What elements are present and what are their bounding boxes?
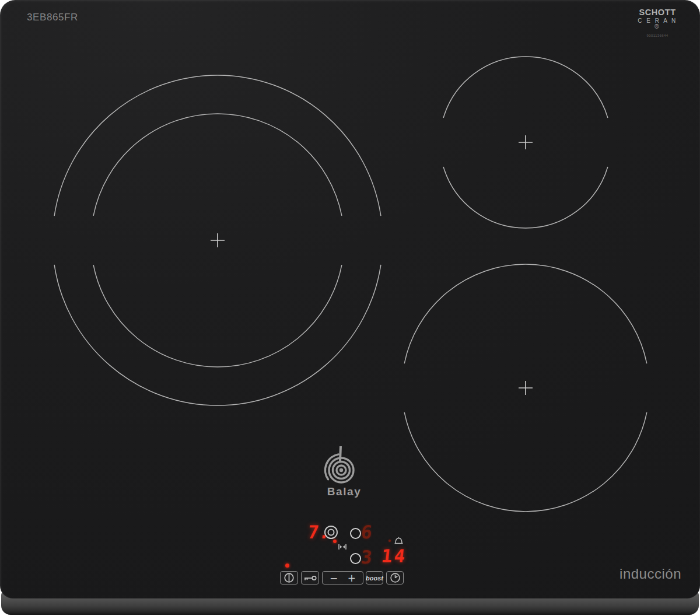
timer-button[interactable] [386,571,404,584]
pan-size-icon [338,544,346,550]
power-button[interactable] [280,571,298,584]
schott-line2: C E R A N ® [638,18,677,30]
schott-line1: SCHOTT [638,8,677,17]
balay-logo-icon [318,443,370,487]
induction-hob-photo: 3EB865FR SCHOTT C E R A N ® 9001136644 B… [0,0,700,616]
power-icon [284,572,295,583]
left-zone-active-dot [333,540,337,543]
schott-ceran-logo: SCHOTT C E R A N ® 9001136644 [638,8,677,37]
minus-key[interactable]: − [330,572,338,584]
product-type-label: inducción [588,566,681,582]
timer-clock-icon [390,572,401,583]
plus-key[interactable]: + [348,572,356,584]
power-indicator-dot [285,564,289,568]
schott-code: 9001136644 [638,34,677,37]
zone-select-bottom-right[interactable] [350,553,361,564]
minus-plus-button[interactable]: − + [322,571,363,584]
dual-zone-icon[interactable] [323,524,339,540]
bell-icon [394,536,404,546]
boost-label: boost [366,575,383,582]
bottom-right-zone-level-display: 3 [360,548,373,566]
zone-select-top-right[interactable] [350,528,361,539]
boost-button[interactable]: boost [366,571,383,584]
plus-cross-icon [211,135,533,395]
timer-display: 14 [380,547,408,565]
top-right-zone-level-display: 6 [360,523,373,541]
timer-zone-dot [388,540,391,542]
cooking-zones-layer [0,0,700,598]
key-lock-button[interactable] [301,571,319,584]
model-number: 3EB865FR [27,12,78,23]
key-lock-icon [303,575,317,582]
balay-wordmark: Balay [318,485,370,498]
